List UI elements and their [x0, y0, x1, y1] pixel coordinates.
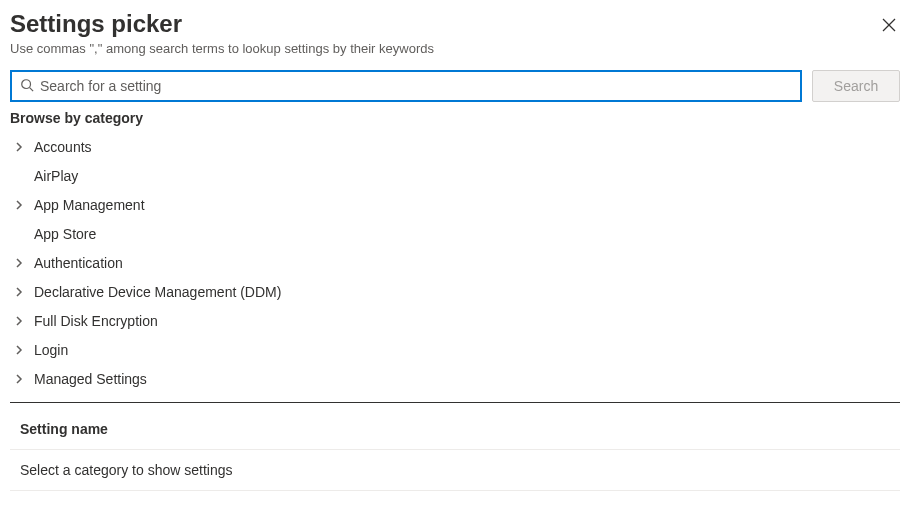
chevron-right-icon	[14, 142, 30, 152]
category-label: Full Disk Encryption	[34, 313, 158, 329]
search-icon	[20, 78, 34, 95]
category-item[interactable]: Declarative Device Management (DDM)	[10, 277, 900, 306]
category-item[interactable]: Accounts	[10, 132, 900, 161]
chevron-right-icon	[14, 287, 30, 297]
search-box[interactable]	[10, 70, 802, 102]
category-item[interactable]: Managed Settings	[10, 364, 900, 390]
category-label: Managed Settings	[34, 371, 147, 387]
close-icon	[882, 19, 896, 35]
search-button[interactable]: Search	[812, 70, 900, 102]
chevron-right-icon	[14, 258, 30, 268]
category-list: AccountsAirPlayApp ManagementApp StoreAu…	[10, 132, 900, 390]
category-item[interactable]: Full Disk Encryption	[10, 306, 900, 335]
category-label: Declarative Device Management (DDM)	[34, 284, 281, 300]
page-subtitle: Use commas "," among search terms to loo…	[10, 41, 900, 56]
category-label: App Store	[34, 226, 96, 242]
search-input[interactable]	[40, 72, 792, 100]
svg-point-2	[22, 79, 31, 88]
category-item[interactable]: Authentication	[10, 248, 900, 277]
category-label: App Management	[34, 197, 145, 213]
category-label: AirPlay	[34, 168, 78, 184]
category-item[interactable]: AirPlay	[10, 161, 900, 190]
chevron-right-icon	[14, 316, 30, 326]
chevron-right-icon	[14, 374, 30, 384]
settings-empty-message: Select a category to show settings	[10, 450, 900, 491]
close-button[interactable]	[878, 14, 900, 39]
category-label: Login	[34, 342, 68, 358]
svg-line-3	[30, 87, 34, 91]
category-item[interactable]: App Management	[10, 190, 900, 219]
chevron-right-icon	[14, 200, 30, 210]
chevron-right-icon	[14, 345, 30, 355]
category-item[interactable]: Login	[10, 335, 900, 364]
setting-name-column-header: Setting name	[10, 403, 900, 450]
category-label: Authentication	[34, 255, 123, 271]
category-item[interactable]: App Store	[10, 219, 900, 248]
page-title: Settings picker	[10, 10, 182, 38]
category-label: Accounts	[34, 139, 92, 155]
browse-by-category-label: Browse by category	[10, 110, 900, 126]
